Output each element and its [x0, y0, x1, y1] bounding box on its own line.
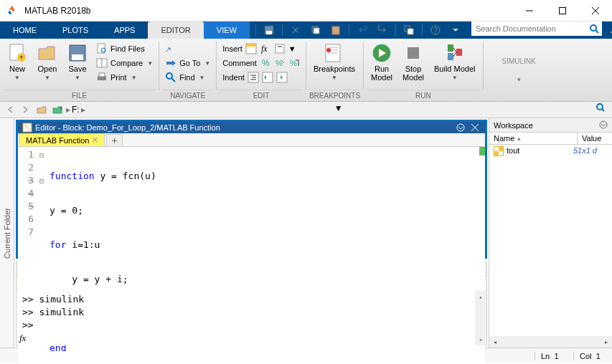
- tab-view[interactable]: VIEW: [204, 21, 250, 39]
- svg-rect-53: [456, 49, 462, 56]
- matlab-logo-icon: [6, 4, 19, 17]
- qat-undo-icon[interactable]: [354, 23, 371, 37]
- save-button[interactable]: Save ▼: [63, 40, 92, 84]
- file-tab-close-icon[interactable]: ✕: [92, 135, 98, 145]
- nav-up-button[interactable]: [34, 103, 49, 116]
- svg-rect-8: [332, 27, 339, 34]
- window-title: MATLAB R2018b: [24, 6, 91, 16]
- svg-line-14: [595, 30, 598, 33]
- svg-text:+: +: [19, 54, 23, 61]
- svg-line-54: [453, 48, 456, 52]
- tab-home[interactable]: HOME: [0, 21, 50, 39]
- new-icon: +: [7, 43, 27, 63]
- open-icon: [37, 43, 57, 63]
- command-scrollbar[interactable]: ▴▾: [475, 291, 486, 345]
- run-model-button[interactable]: Run Model: [367, 40, 397, 85]
- comment-wrap-icon[interactable]: %: [288, 57, 300, 69]
- qat-redo-icon[interactable]: [374, 23, 391, 37]
- find-button[interactable]: Find▼: [162, 70, 213, 85]
- tab-apps[interactable]: APPS: [101, 21, 148, 39]
- editor-panel-close-icon[interactable]: [469, 122, 481, 133]
- qat-copy-icon[interactable]: [307, 23, 324, 37]
- indent-left-icon[interactable]: [276, 72, 288, 83]
- find-files-button[interactable]: Find Files: [93, 42, 156, 56]
- insert-placeholder-icon: [162, 42, 213, 56]
- build-model-button[interactable]: Build Model ▼: [430, 40, 479, 84]
- add-tab-button[interactable]: +: [106, 134, 122, 146]
- editor-panel-title: Editor - Block: Demo_For_Loop_2/MATLAB F…: [35, 123, 220, 132]
- print-icon: [96, 72, 108, 83]
- code-analyzer-marker[interactable]: [479, 147, 485, 155]
- open-button[interactable]: Open ▼: [33, 40, 62, 84]
- qat-switch-windows-icon[interactable]: [400, 23, 418, 37]
- path-separator: ▸: [66, 105, 70, 115]
- new-button[interactable]: + New ▼: [3, 40, 32, 84]
- goto-button[interactable]: Go To▼: [162, 56, 213, 70]
- workspace-col-name[interactable]: Name▲: [489, 133, 578, 144]
- path-drive[interactable]: F:▸: [72, 105, 85, 115]
- close-button[interactable]: [579, 0, 612, 21]
- svg-line-55: [453, 52, 456, 57]
- svg-point-63: [600, 121, 607, 128]
- svg-point-13: [590, 25, 596, 31]
- insert-section-icon[interactable]: [245, 43, 257, 54]
- svg-rect-30: [246, 44, 256, 47]
- workspace-row[interactable]: tout 51x1 d: [489, 145, 612, 158]
- svg-rect-1: [560, 7, 566, 14]
- goto-icon: [165, 57, 176, 69]
- svg-rect-66: [499, 151, 503, 155]
- stop-icon: [403, 43, 423, 63]
- breakpoints-button[interactable]: Breakpoints ▼: [309, 40, 359, 84]
- tab-plots[interactable]: PLOTS: [50, 21, 101, 39]
- nav-back-button[interactable]: [3, 103, 17, 116]
- insert-fx-icon[interactable]: fx: [260, 43, 271, 54]
- search-documentation-input[interactable]: [471, 22, 586, 35]
- svg-text:?: ?: [433, 27, 438, 34]
- svg-text:fx: fx: [261, 44, 268, 54]
- file-tab-matlab-function[interactable]: MATLAB Function ✕: [19, 133, 105, 146]
- status-col: Col 1: [573, 352, 606, 360]
- simulink-group[interactable]: SIMULINK ▼: [498, 54, 540, 86]
- group-label-file: FILE: [3, 90, 156, 101]
- insert-label: Insert: [222, 44, 243, 53]
- nav-search-icon[interactable]: [596, 103, 609, 116]
- minimize-button[interactable]: [513, 0, 546, 21]
- group-label-breakpoints: BREAKPOINTS: [309, 90, 360, 101]
- qat-help-dropdown[interactable]: [447, 23, 464, 37]
- svg-rect-24: [102, 59, 107, 67]
- editor-panel-actions-icon[interactable]: [455, 122, 466, 133]
- workspace-col-value[interactable]: Value: [578, 133, 612, 144]
- svg-line-28: [171, 78, 175, 82]
- editor-panel-icon: [22, 123, 32, 133]
- insert-fold-icon[interactable]: [274, 43, 286, 54]
- svg-line-57: [602, 109, 604, 111]
- nav-dropdown[interactable]: ▼: [334, 103, 347, 116]
- workspace-actions-icon[interactable]: [599, 120, 608, 130]
- svg-point-59: [457, 124, 464, 131]
- search-button[interactable]: [586, 21, 602, 36]
- comment-remove-icon[interactable]: %: [274, 57, 286, 69]
- fx-prompt-icon[interactable]: fx: [19, 332, 26, 344]
- print-button[interactable]: Print▼: [93, 70, 156, 85]
- svg-rect-5: [266, 31, 272, 34]
- qat-cut-icon[interactable]: [287, 23, 304, 37]
- indent-auto-icon[interactable]: [248, 72, 259, 83]
- workspace-hscrollbar[interactable]: ◂▸: [489, 336, 612, 348]
- indent-label: Indent: [222, 73, 245, 82]
- command-window-body[interactable]: >> simulink >> simulink >> fx ▴▾: [17, 291, 486, 345]
- nav-browse-button[interactable]: [50, 103, 65, 116]
- qat-save-icon[interactable]: [260, 23, 278, 37]
- compare-button[interactable]: Compare▼: [93, 56, 156, 70]
- qat-help-icon[interactable]: ?: [427, 23, 444, 37]
- comment-add-icon[interactable]: %: [260, 57, 271, 69]
- group-label-navigate: NAVIGATE: [162, 90, 213, 101]
- maximize-button[interactable]: [546, 0, 579, 21]
- current-folder-tab[interactable]: Current Folder: [0, 118, 14, 348]
- notifications-icon[interactable]: [609, 24, 612, 36]
- tab-editor[interactable]: EDITOR: [148, 21, 203, 39]
- status-line: Ln 1: [535, 352, 568, 360]
- nav-forward-button[interactable]: [19, 103, 33, 116]
- stop-model-button[interactable]: Stop Model: [398, 40, 428, 85]
- qat-paste-icon[interactable]: [327, 23, 344, 37]
- indent-right-icon[interactable]: [262, 72, 273, 83]
